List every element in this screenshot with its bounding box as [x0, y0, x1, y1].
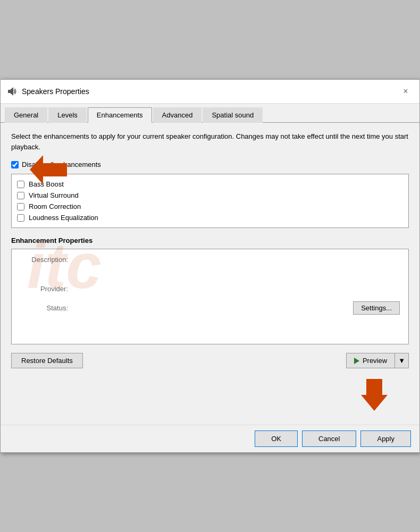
main-content: itc Select the enhancements to apply for… [1, 123, 419, 425]
loudness-eq-checkbox[interactable] [17, 214, 24, 222]
description-label: Description: [20, 256, 68, 264]
cancel-button[interactable]: Cancel [302, 430, 356, 447]
list-item: Virtual Surround [16, 190, 404, 201]
disable-all-label: Disable all enhancements [22, 161, 101, 168]
svg-marker-1 [10, 87, 13, 96]
preview-label: Preview [363, 357, 387, 365]
list-item: Loudness Equalization [16, 212, 404, 223]
description-text: Select the enhancements to apply for you… [11, 131, 409, 152]
room-correction-label: Room Correction [29, 202, 81, 210]
apply-button[interactable]: Apply [360, 430, 411, 447]
tab-levels[interactable]: Levels [48, 107, 87, 123]
bass-boost-checkbox[interactable] [17, 181, 24, 188]
description-row: Description: [20, 256, 400, 264]
tabs-bar: General Levels Enhancements Advanced Spa… [1, 104, 419, 123]
disable-row: Disable all enhancements [11, 161, 409, 168]
list-item: Room Correction [16, 201, 404, 212]
provider-label: Provider: [20, 285, 68, 293]
speakers-properties-dialog: Speakers Properties × General Levels Enh… [0, 79, 420, 453]
list-item: Bass Boost [16, 179, 404, 190]
preview-button[interactable]: Preview [346, 353, 394, 368]
dialog-title: Speakers Properties [22, 87, 89, 96]
properties-box: Description: Provider: Status: Settings.… [11, 249, 409, 344]
speaker-icon [7, 86, 18, 97]
ok-button[interactable]: OK [255, 430, 298, 447]
tab-general[interactable]: General [5, 107, 47, 123]
close-button[interactable]: × [398, 84, 413, 99]
room-correction-checkbox[interactable] [17, 203, 24, 210]
tab-spatial-sound[interactable]: Spatial sound [203, 107, 263, 123]
footer-buttons: OK Cancel Apply [1, 425, 419, 452]
title-bar: Speakers Properties × [1, 80, 419, 104]
loudness-eq-label: Loudness Equalization [29, 214, 98, 222]
enhancement-list-box: Bass Boost Virtual Surround Room Correct… [11, 174, 409, 228]
preview-group: Preview ▼ [346, 353, 409, 368]
virtual-surround-checkbox[interactable] [17, 192, 24, 199]
provider-row: Provider: [20, 285, 400, 293]
restore-defaults-button[interactable]: Restore Defaults [11, 353, 83, 368]
down-arrow-area [11, 379, 409, 411]
svg-rect-0 [8, 90, 10, 93]
tab-enhancements[interactable]: Enhancements [88, 107, 152, 123]
settings-button[interactable]: Settings... [353, 301, 400, 315]
tab-advanced[interactable]: Advanced [153, 107, 202, 123]
disable-all-checkbox[interactable] [11, 161, 19, 168]
title-bar-left: Speakers Properties [7, 86, 89, 97]
bass-boost-label: Bass Boost [29, 180, 64, 188]
svg-marker-3 [361, 379, 388, 411]
play-icon [354, 358, 359, 364]
status-row: Status: Settings... [20, 301, 400, 315]
disable-section: Disable all enhancements [11, 161, 409, 168]
virtual-surround-label: Virtual Surround [29, 191, 79, 199]
preview-dropdown-button[interactable]: ▼ [394, 353, 409, 368]
down-arrow-icon [361, 379, 388, 411]
bottom-buttons: Restore Defaults Preview ▼ [11, 353, 409, 368]
properties-section-label: Enhancement Properties [11, 237, 409, 244]
status-label: Status: [20, 304, 68, 312]
